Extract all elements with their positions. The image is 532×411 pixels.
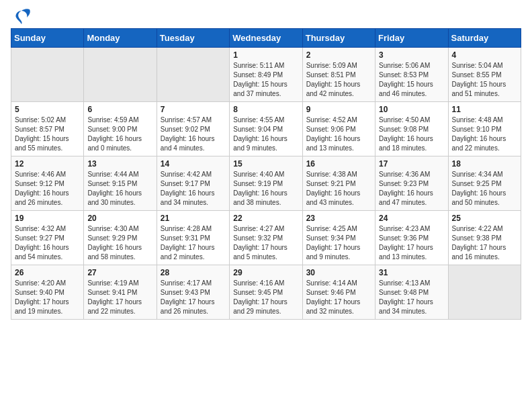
- day-number: 22: [233, 214, 298, 223]
- calendar-cell: 8Sunrise: 4:55 AM Sunset: 9:04 PM Daylig…: [230, 102, 302, 156]
- day-detail: Sunrise: 4:55 AM Sunset: 9:04 PM Dayligh…: [233, 116, 298, 153]
- day-number: 4: [452, 50, 517, 60]
- header-saturday: Saturday: [448, 29, 521, 48]
- day-number: 14: [161, 159, 226, 169]
- day-detail: Sunrise: 4:20 AM Sunset: 9:40 PM Dayligh…: [15, 279, 80, 316]
- calendar-cell: 27Sunrise: 4:19 AM Sunset: 9:41 PM Dayli…: [84, 265, 157, 320]
- calendar-cell: 25Sunrise: 4:22 AM Sunset: 9:38 PM Dayli…: [448, 211, 521, 265]
- header-wednesday: Wednesday: [230, 29, 302, 48]
- day-number: 30: [306, 268, 371, 277]
- day-number: 1: [233, 50, 298, 60]
- calendar-cell: 11Sunrise: 4:48 AM Sunset: 9:10 PM Dayli…: [448, 102, 521, 156]
- page-header: [11, 11, 521, 23]
- calendar-cell: 17Sunrise: 4:36 AM Sunset: 9:23 PM Dayli…: [375, 156, 448, 211]
- calendar-cell: 3Sunrise: 5:06 AM Sunset: 8:53 PM Daylig…: [375, 48, 448, 102]
- day-detail: Sunrise: 4:25 AM Sunset: 9:34 PM Dayligh…: [306, 224, 371, 262]
- calendar-cell: 28Sunrise: 4:17 AM Sunset: 9:43 PM Dayli…: [157, 265, 229, 320]
- calendar-cell: 5Sunrise: 5:02 AM Sunset: 8:57 PM Daylig…: [11, 102, 84, 156]
- day-detail: Sunrise: 4:28 AM Sunset: 9:31 PM Dayligh…: [161, 224, 226, 262]
- calendar-cell: [448, 265, 521, 320]
- day-number: 26: [15, 268, 80, 277]
- calendar-cell: 2Sunrise: 5:09 AM Sunset: 8:51 PM Daylig…: [302, 48, 375, 102]
- day-number: 16: [306, 159, 371, 169]
- day-number: 29: [233, 268, 298, 277]
- day-detail: Sunrise: 4:13 AM Sunset: 9:48 PM Dayligh…: [379, 279, 444, 316]
- day-detail: Sunrise: 4:14 AM Sunset: 9:46 PM Dayligh…: [306, 279, 371, 316]
- calendar-cell: [84, 48, 157, 102]
- day-number: 8: [233, 105, 298, 114]
- day-detail: Sunrise: 4:38 AM Sunset: 9:21 PM Dayligh…: [306, 170, 371, 208]
- calendar-cell: 14Sunrise: 4:42 AM Sunset: 9:17 PM Dayli…: [157, 156, 229, 211]
- day-detail: Sunrise: 4:17 AM Sunset: 9:43 PM Dayligh…: [161, 279, 226, 316]
- calendar-cell: 15Sunrise: 4:40 AM Sunset: 9:19 PM Dayli…: [230, 156, 302, 211]
- day-detail: Sunrise: 5:11 AM Sunset: 8:49 PM Dayligh…: [233, 61, 298, 99]
- header-sunday: Sunday: [11, 29, 84, 48]
- day-detail: Sunrise: 5:04 AM Sunset: 8:55 PM Dayligh…: [452, 61, 517, 99]
- calendar-cell: 22Sunrise: 4:27 AM Sunset: 9:32 PM Dayli…: [230, 211, 302, 265]
- calendar-cell: 31Sunrise: 4:13 AM Sunset: 9:48 PM Dayli…: [375, 265, 448, 320]
- header-tuesday: Tuesday: [157, 29, 229, 48]
- calendar-cell: 21Sunrise: 4:28 AM Sunset: 9:31 PM Dayli…: [157, 211, 229, 265]
- day-number: 7: [161, 105, 226, 114]
- day-number: 28: [161, 268, 226, 277]
- day-detail: Sunrise: 4:30 AM Sunset: 9:29 PM Dayligh…: [87, 224, 152, 262]
- calendar-week-row: 19Sunrise: 4:32 AM Sunset: 9:27 PM Dayli…: [11, 211, 521, 265]
- day-number: 2: [306, 50, 371, 60]
- day-detail: Sunrise: 4:34 AM Sunset: 9:25 PM Dayligh…: [452, 170, 517, 208]
- day-number: 20: [87, 214, 152, 223]
- calendar-cell: 4Sunrise: 5:04 AM Sunset: 8:55 PM Daylig…: [448, 48, 521, 102]
- calendar-table: SundayMondayTuesdayWednesdayThursdayFrid…: [11, 28, 521, 320]
- day-detail: Sunrise: 4:16 AM Sunset: 9:45 PM Dayligh…: [233, 279, 298, 316]
- calendar-cell: 20Sunrise: 4:30 AM Sunset: 9:29 PM Dayli…: [84, 211, 157, 265]
- day-detail: Sunrise: 4:48 AM Sunset: 9:10 PM Dayligh…: [452, 116, 517, 153]
- day-number: 31: [379, 268, 444, 277]
- day-number: 15: [233, 159, 298, 169]
- day-detail: Sunrise: 4:44 AM Sunset: 9:15 PM Dayligh…: [87, 170, 152, 208]
- calendar-cell: [11, 48, 84, 102]
- day-detail: Sunrise: 4:32 AM Sunset: 9:27 PM Dayligh…: [15, 224, 80, 262]
- day-number: 11: [452, 105, 517, 114]
- calendar-cell: 6Sunrise: 4:59 AM Sunset: 9:00 PM Daylig…: [84, 102, 157, 156]
- day-detail: Sunrise: 4:59 AM Sunset: 9:00 PM Dayligh…: [87, 116, 152, 153]
- calendar-week-row: 1Sunrise: 5:11 AM Sunset: 8:49 PM Daylig…: [11, 48, 521, 102]
- calendar-cell: 12Sunrise: 4:46 AM Sunset: 9:12 PM Dayli…: [11, 156, 84, 211]
- calendar-cell: 16Sunrise: 4:38 AM Sunset: 9:21 PM Dayli…: [302, 156, 375, 211]
- day-number: 5: [15, 105, 80, 114]
- day-detail: Sunrise: 4:57 AM Sunset: 9:02 PM Dayligh…: [161, 116, 226, 153]
- calendar-cell: 23Sunrise: 4:25 AM Sunset: 9:34 PM Dayli…: [302, 211, 375, 265]
- calendar-cell: 30Sunrise: 4:14 AM Sunset: 9:46 PM Dayli…: [302, 265, 375, 320]
- day-detail: Sunrise: 5:06 AM Sunset: 8:53 PM Dayligh…: [379, 61, 444, 99]
- day-number: 19: [15, 214, 80, 223]
- calendar-cell: 19Sunrise: 4:32 AM Sunset: 9:27 PM Dayli…: [11, 211, 84, 265]
- day-number: 18: [452, 159, 517, 169]
- day-detail: Sunrise: 4:36 AM Sunset: 9:23 PM Dayligh…: [379, 170, 444, 208]
- calendar-header-row: SundayMondayTuesdayWednesdayThursdayFrid…: [11, 29, 521, 48]
- day-number: 25: [452, 214, 517, 223]
- day-number: 9: [306, 105, 371, 114]
- header-thursday: Thursday: [302, 29, 375, 48]
- day-detail: Sunrise: 4:40 AM Sunset: 9:19 PM Dayligh…: [233, 170, 298, 208]
- day-number: 21: [161, 214, 226, 223]
- calendar-cell: 10Sunrise: 4:50 AM Sunset: 9:08 PM Dayli…: [375, 102, 448, 156]
- logo-bird-icon: [12, 8, 31, 27]
- day-detail: Sunrise: 4:27 AM Sunset: 9:32 PM Dayligh…: [233, 224, 298, 262]
- day-detail: Sunrise: 4:23 AM Sunset: 9:36 PM Dayligh…: [379, 224, 444, 262]
- day-detail: Sunrise: 4:22 AM Sunset: 9:38 PM Dayligh…: [452, 224, 517, 262]
- day-number: 17: [379, 159, 444, 169]
- header-monday: Monday: [84, 29, 157, 48]
- calendar-week-row: 26Sunrise: 4:20 AM Sunset: 9:40 PM Dayli…: [11, 265, 521, 320]
- day-number: 12: [15, 159, 80, 169]
- calendar-cell: 26Sunrise: 4:20 AM Sunset: 9:40 PM Dayli…: [11, 265, 84, 320]
- calendar-week-row: 12Sunrise: 4:46 AM Sunset: 9:12 PM Dayli…: [11, 156, 521, 211]
- day-detail: Sunrise: 4:19 AM Sunset: 9:41 PM Dayligh…: [87, 279, 152, 316]
- day-number: 10: [379, 105, 444, 114]
- day-number: 6: [87, 105, 152, 114]
- day-number: 27: [87, 268, 152, 277]
- calendar-cell: 24Sunrise: 4:23 AM Sunset: 9:36 PM Dayli…: [375, 211, 448, 265]
- header-friday: Friday: [375, 29, 448, 48]
- day-number: 24: [379, 214, 444, 223]
- calendar-week-row: 5Sunrise: 5:02 AM Sunset: 8:57 PM Daylig…: [11, 102, 521, 156]
- logo: [11, 11, 31, 23]
- day-detail: Sunrise: 4:50 AM Sunset: 9:08 PM Dayligh…: [379, 116, 444, 153]
- calendar-cell: 13Sunrise: 4:44 AM Sunset: 9:15 PM Dayli…: [84, 156, 157, 211]
